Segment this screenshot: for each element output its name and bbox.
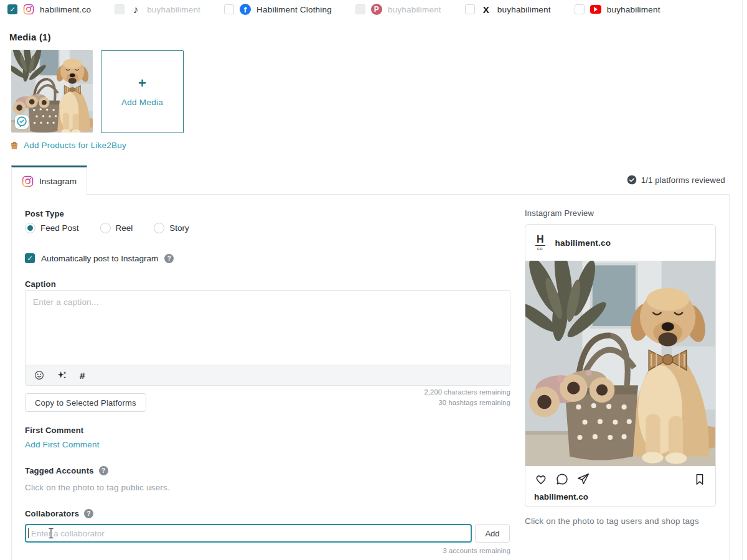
instagram-icon bbox=[22, 175, 34, 187]
checkbox-unchecked[interactable] bbox=[575, 4, 585, 14]
preview-hint: Click on the photo to tag users and shop… bbox=[525, 516, 699, 526]
facebook-icon: f bbox=[240, 4, 251, 15]
caption-label: Caption bbox=[25, 279, 56, 289]
add-media-button[interactable]: + Add Media bbox=[101, 50, 184, 133]
post-composer-page: habiliment.co ♪ buyhabiliment f Habilime… bbox=[0, 0, 747, 560]
comment-icon bbox=[555, 472, 569, 486]
account-tiktok[interactable]: ♪ buyhabiliment bbox=[115, 4, 200, 15]
checkbox-checked[interactable] bbox=[7, 4, 17, 14]
account-pinterest[interactable]: P buyhabiliment bbox=[355, 4, 441, 15]
radio-feed-post[interactable]: Feed Post bbox=[25, 223, 79, 233]
help-icon[interactable]: ? bbox=[164, 254, 174, 263]
avatar: H co bbox=[535, 235, 545, 251]
account-label: buyhabiliment bbox=[607, 5, 660, 14]
radio-label: Feed Post bbox=[40, 223, 79, 233]
help-icon[interactable]: ? bbox=[99, 466, 108, 475]
account-label: buyhabiliment bbox=[388, 5, 441, 14]
account-x[interactable]: X buyhabiliment bbox=[465, 4, 551, 15]
accounts-remaining: 3 accounts remaining bbox=[443, 547, 510, 554]
radio-story[interactable]: Story bbox=[154, 223, 189, 233]
youtube-icon bbox=[590, 4, 601, 15]
account-youtube[interactable]: buyhabiliment bbox=[575, 4, 660, 15]
caption-input[interactable] bbox=[26, 291, 510, 362]
hashtag-icon[interactable]: # bbox=[80, 370, 85, 381]
account-label: buyhabiliment bbox=[497, 5, 551, 14]
reviewed-label: 1/1 platforms reviewed bbox=[641, 175, 725, 185]
x-icon: X bbox=[481, 4, 492, 15]
checkbox-disabled bbox=[355, 4, 365, 14]
caption-toolbar: # bbox=[26, 365, 510, 385]
tagged-accounts-label-row: Tagged Accounts ? bbox=[25, 466, 108, 475]
auto-post-row: Automatically post to Instagram ? bbox=[25, 253, 174, 263]
preview-photo[interactable] bbox=[525, 261, 715, 466]
preview-username: habiliment.co bbox=[555, 238, 611, 248]
preview-actions bbox=[525, 466, 715, 490]
characters-remaining: 2,200 characters remaining bbox=[425, 388, 511, 396]
send-icon bbox=[576, 472, 590, 486]
radio-label: Reel bbox=[116, 223, 133, 233]
heart-icon bbox=[534, 472, 548, 486]
account-label: Habiliment Clothing bbox=[256, 5, 332, 14]
collaborators-label-row: Collaborators ? bbox=[25, 509, 93, 518]
platforms-reviewed-status: 1/1 platforms reviewed bbox=[627, 175, 725, 185]
collaborators-label: Collaborators bbox=[25, 509, 79, 518]
tab-label: Instagram bbox=[39, 177, 77, 186]
instagram-icon bbox=[23, 4, 34, 15]
auto-post-checkbox[interactable] bbox=[25, 253, 35, 263]
radio-unselected[interactable] bbox=[100, 223, 111, 233]
add-collaborator-button[interactable]: Add bbox=[475, 524, 510, 543]
account-instagram[interactable]: habiliment.co bbox=[7, 4, 91, 15]
post-type-label: Post Type bbox=[25, 209, 64, 218]
text-caret bbox=[28, 528, 29, 538]
tiktok-icon: ♪ bbox=[130, 4, 141, 15]
checkbox-unchecked[interactable] bbox=[465, 4, 475, 14]
account-label: habiliment.co bbox=[40, 5, 91, 14]
account-facebook[interactable]: f Habiliment Clothing bbox=[224, 4, 332, 15]
auto-post-label: Automatically post to Instagram bbox=[41, 254, 158, 263]
add-products-link[interactable]: Add Products for Like2Buy bbox=[9, 140, 126, 150]
account-label: buyhabiliment bbox=[147, 5, 200, 14]
bookmark-icon bbox=[693, 472, 707, 486]
tab-instagram[interactable]: Instagram bbox=[11, 166, 87, 195]
media-heading: Media (1) bbox=[9, 32, 51, 42]
copy-to-platforms-button[interactable]: Copy to Selected Platforms bbox=[25, 393, 146, 412]
plus-icon: + bbox=[138, 77, 146, 90]
preview-footer-username: habiliment.co bbox=[525, 490, 715, 504]
tagged-accounts-hint: Click on the photo to tag public users. bbox=[25, 483, 170, 492]
add-first-comment-link[interactable]: Add First Comment bbox=[25, 440, 100, 449]
checkbox-unchecked[interactable] bbox=[224, 4, 234, 14]
hashtags-remaining: 30 hashtags remaining bbox=[439, 399, 511, 406]
first-comment-label: First Comment bbox=[25, 426, 83, 435]
pinterest-icon: P bbox=[371, 4, 382, 15]
checkbox-disabled bbox=[115, 4, 125, 14]
add-media-label: Add Media bbox=[121, 98, 163, 107]
tagged-accounts-label: Tagged Accounts bbox=[25, 466, 94, 475]
ibeam-cursor-icon bbox=[48, 528, 54, 539]
preview-header: H co habiliment.co bbox=[525, 225, 715, 261]
radio-selected[interactable] bbox=[25, 223, 35, 233]
radio-label: Story bbox=[169, 223, 189, 233]
emoji-icon[interactable] bbox=[34, 370, 45, 381]
preview-title: Instagram Preview bbox=[525, 208, 594, 218]
ai-sparkle-icon[interactable] bbox=[57, 370, 68, 381]
help-icon[interactable]: ? bbox=[84, 509, 93, 518]
comment-bubble-badge-icon bbox=[15, 115, 29, 129]
media-thumbnail[interactable] bbox=[11, 50, 93, 133]
radio-unselected[interactable] bbox=[154, 223, 164, 233]
accounts-bar: habiliment.co ♪ buyhabiliment f Habilime… bbox=[7, 1, 660, 17]
shopping-bag-icon bbox=[9, 140, 19, 150]
post-type-radios: Feed Post Reel Story bbox=[25, 223, 189, 233]
instagram-preview-card: H co habiliment.co habiliment.co bbox=[525, 224, 716, 507]
collaborator-input[interactable] bbox=[25, 524, 472, 543]
caption-box: # bbox=[25, 290, 510, 386]
scrollbar-track[interactable] bbox=[742, 0, 743, 560]
check-circle-icon bbox=[627, 175, 637, 185]
add-products-label: Add Products for Like2Buy bbox=[24, 141, 126, 150]
radio-reel[interactable]: Reel bbox=[100, 223, 133, 233]
